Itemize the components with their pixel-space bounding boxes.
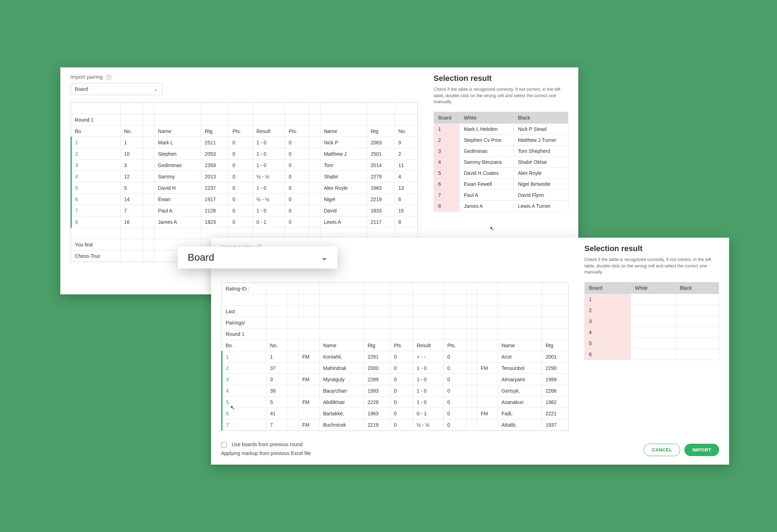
grid-cell[interactable] bbox=[467, 374, 477, 385]
grid-cell[interactable] bbox=[467, 294, 477, 306]
grid-cell[interactable] bbox=[288, 283, 299, 294]
grid-cell[interactable]: 1982 bbox=[542, 397, 568, 408]
grid-cell[interactable] bbox=[319, 328, 364, 340]
grid-cell[interactable]: 8 bbox=[395, 216, 417, 228]
grid-cell[interactable]: Koniahli, bbox=[319, 351, 364, 362]
grid-cell[interactable]: 5 bbox=[71, 182, 121, 194]
grid-cell[interactable] bbox=[319, 294, 364, 306]
grid-cell[interactable]: 0 bbox=[285, 194, 309, 205]
grid-cell[interactable] bbox=[309, 171, 320, 182]
grid-cell[interactable]: 2013 bbox=[201, 171, 229, 182]
grid-cell[interactable]: 0 bbox=[390, 362, 413, 374]
grid-cell[interactable] bbox=[143, 239, 154, 250]
grid-cell[interactable] bbox=[320, 228, 367, 239]
grid-cell[interactable]: Matthew J bbox=[320, 148, 367, 160]
grid-cell[interactable] bbox=[143, 250, 154, 262]
grid-header-cell[interactable]: Result bbox=[253, 126, 285, 137]
grid-cell[interactable] bbox=[298, 306, 319, 317]
grid-cell[interactable] bbox=[229, 114, 253, 126]
grid-header-cell[interactable]: Name bbox=[320, 126, 367, 137]
grid-cell[interactable] bbox=[120, 228, 143, 239]
grid-cell[interactable]: Shabir bbox=[320, 171, 367, 182]
grid-cell[interactable] bbox=[390, 283, 413, 294]
grid-cell[interactable] bbox=[467, 385, 477, 397]
grid-cell[interactable] bbox=[390, 306, 413, 317]
grid-cell[interactable] bbox=[443, 306, 466, 317]
grid-cell[interactable] bbox=[298, 408, 319, 419]
grid-cell[interactable]: Bauyrzhan bbox=[319, 385, 364, 397]
grid-cell[interactable]: 2291 bbox=[364, 351, 390, 362]
grid-cell[interactable]: 2001 bbox=[542, 351, 568, 362]
grid-cell[interactable] bbox=[120, 103, 143, 114]
grid-cell[interactable] bbox=[143, 103, 154, 114]
grid-header-cell[interactable]: Bo. bbox=[71, 126, 121, 137]
grid-cell[interactable]: 2237 bbox=[201, 182, 229, 194]
grid-cell[interactable] bbox=[542, 328, 568, 340]
grid-header-cell[interactable] bbox=[477, 340, 498, 351]
grid-cell[interactable]: 1963 bbox=[364, 408, 390, 419]
grid-cell[interactable] bbox=[319, 317, 364, 328]
grid-cell[interactable] bbox=[498, 294, 542, 306]
grid-cell[interactable]: You find bbox=[71, 239, 121, 250]
grid-cell[interactable]: Bartakke, bbox=[319, 408, 364, 419]
grid-cell[interactable]: ½ - ½ bbox=[253, 171, 285, 182]
grid-cell[interactable]: 5 bbox=[222, 397, 266, 408]
grid-cell[interactable] bbox=[309, 182, 320, 194]
grid-cell[interactable]: 1 - 0 bbox=[413, 362, 443, 374]
grid-cell[interactable]: 2117 bbox=[367, 216, 395, 228]
grid-cell[interactable] bbox=[309, 194, 320, 205]
grid-cell[interactable]: Mahindrak bbox=[319, 362, 364, 374]
grid-cell[interactable]: 8 bbox=[71, 216, 121, 228]
grid-cell[interactable]: 4 bbox=[71, 171, 121, 182]
grid-cell[interactable]: 1 - 0 bbox=[413, 374, 443, 385]
grid-cell[interactable]: 2511 bbox=[201, 137, 229, 148]
grid-cell[interactable] bbox=[143, 228, 154, 239]
grid-cell[interactable]: 14 bbox=[120, 194, 143, 205]
grid-cell[interactable]: 7 bbox=[71, 205, 121, 216]
grid-cell[interactable]: 1 - 0 bbox=[413, 397, 443, 408]
checkbox-icon[interactable] bbox=[221, 442, 227, 448]
grid-cell[interactable] bbox=[364, 294, 390, 306]
grid-cell[interactable] bbox=[367, 114, 395, 126]
grid-cell[interactable]: 0 bbox=[285, 182, 309, 194]
grid-cell[interactable]: 4 bbox=[222, 385, 266, 397]
grid-cell[interactable] bbox=[467, 351, 477, 362]
grid-cell[interactable]: 2000 bbox=[364, 362, 390, 374]
grid-cell[interactable] bbox=[467, 317, 477, 328]
grid-cell[interactable]: David H bbox=[154, 182, 201, 194]
grid-cell[interactable] bbox=[266, 328, 288, 340]
grid-cell[interactable] bbox=[143, 148, 154, 160]
grid-header-cell[interactable] bbox=[298, 340, 319, 351]
grid-cell[interactable]: 0 bbox=[443, 419, 466, 431]
grid-header-cell[interactable] bbox=[288, 340, 299, 351]
grid-cell[interactable] bbox=[467, 328, 477, 340]
grid-cell[interactable] bbox=[477, 351, 498, 362]
grid-cell[interactable] bbox=[467, 419, 477, 431]
grid-cell[interactable]: 1 - 0 bbox=[253, 160, 285, 171]
grid-cell[interactable]: 37 bbox=[266, 362, 288, 374]
grid-cell[interactable] bbox=[71, 228, 121, 239]
grid-cell[interactable] bbox=[309, 160, 320, 171]
column-type-select[interactable]: Board ⌄ bbox=[70, 83, 162, 95]
grid-cell[interactable]: Chess-Tour bbox=[71, 250, 121, 262]
grid-cell[interactable] bbox=[154, 114, 201, 126]
grid-cell[interactable]: 0 - 1 bbox=[253, 216, 285, 228]
grid-cell[interactable]: 0 bbox=[229, 171, 253, 182]
grid-cell[interactable]: 2266 bbox=[542, 385, 568, 397]
grid-cell[interactable] bbox=[120, 114, 143, 126]
grid-cell[interactable] bbox=[498, 328, 542, 340]
grid-cell[interactable]: 1833 bbox=[367, 205, 395, 216]
grid-cell[interactable]: Asanakun bbox=[498, 397, 542, 408]
grid-cell[interactable] bbox=[542, 306, 568, 317]
grid-cell[interactable] bbox=[364, 328, 390, 340]
grid-cell[interactable]: 7 bbox=[266, 419, 288, 431]
grid-header-cell[interactable]: Name bbox=[498, 340, 542, 351]
grid-cell[interactable] bbox=[309, 228, 320, 239]
grid-cell[interactable]: 1 - 0 bbox=[253, 148, 285, 160]
grid-cell[interactable] bbox=[477, 317, 498, 328]
grid-header-cell[interactable]: No. bbox=[120, 126, 143, 137]
grid-cell[interactable] bbox=[288, 419, 299, 431]
grid-cell[interactable] bbox=[288, 374, 299, 385]
grid-cell[interactable]: Nigel bbox=[320, 194, 367, 205]
grid-cell[interactable]: 2501 bbox=[367, 148, 395, 160]
